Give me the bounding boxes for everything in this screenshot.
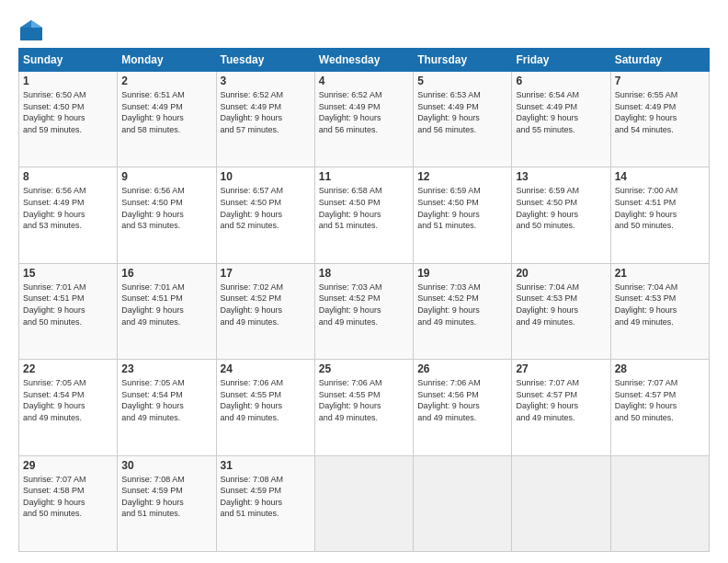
calendar-cell: 4Sunrise: 6:52 AM Sunset: 4:49 PM Daylig… [314,72,413,167]
calendar-cell: 23Sunrise: 7:05 AM Sunset: 4:54 PM Dayli… [118,360,216,455]
day-number: 10 [221,170,311,183]
day-number: 4 [319,75,409,87]
cell-info: Sunrise: 7:07 AM Sunset: 4:58 PM Dayligh… [23,474,113,520]
calendar-cell: 22Sunrise: 7:05 AM Sunset: 4:54 PM Dayli… [19,360,118,455]
day-number: 19 [417,267,507,280]
cell-info: Sunrise: 6:55 AM Sunset: 4:49 PM Dayligh… [615,89,705,135]
day-number: 16 [121,267,211,280]
header-day: Sunday [19,49,118,72]
day-number: 27 [516,362,606,375]
cell-info: Sunrise: 6:59 AM Sunset: 4:50 PM Dayligh… [417,185,507,231]
header-day: Saturday [610,49,709,72]
header [18,15,710,44]
calendar-cell: 24Sunrise: 7:06 AM Sunset: 4:55 PM Dayli… [216,360,314,455]
cell-info: Sunrise: 6:53 AM Sunset: 4:49 PM Dayligh… [417,89,507,135]
calendar-week-row: 29Sunrise: 7:07 AM Sunset: 4:58 PM Dayli… [19,455,710,551]
day-number: 25 [319,362,409,375]
calendar-cell: 21Sunrise: 7:04 AM Sunset: 4:53 PM Dayli… [610,263,709,359]
header-day: Friday [512,49,610,72]
cell-info: Sunrise: 6:56 AM Sunset: 4:50 PM Dayligh… [121,185,211,231]
header-day: Monday [118,49,216,72]
day-number: 3 [221,75,311,87]
calendar-cell: 17Sunrise: 7:02 AM Sunset: 4:52 PM Dayli… [216,263,314,359]
cell-info: Sunrise: 7:08 AM Sunset: 4:59 PM Dayligh… [221,474,311,520]
calendar-cell: 1Sunrise: 6:50 AM Sunset: 4:50 PM Daylig… [19,72,118,167]
logo-icon [18,18,44,44]
cell-info: Sunrise: 7:01 AM Sunset: 4:51 PM Dayligh… [23,282,113,327]
day-number: 1 [23,75,113,87]
header-day: Tuesday [216,49,314,72]
day-number: 26 [417,362,507,375]
calendar-cell [512,455,610,551]
cell-info: Sunrise: 7:08 AM Sunset: 4:59 PM Dayligh… [121,474,211,520]
cell-info: Sunrise: 7:06 AM Sunset: 4:55 PM Dayligh… [319,377,409,423]
day-number: 28 [615,362,705,375]
calendar-cell: 14Sunrise: 7:00 AM Sunset: 4:51 PM Dayli… [610,167,709,263]
cell-info: Sunrise: 7:07 AM Sunset: 4:57 PM Dayligh… [615,377,705,423]
calendar-cell: 10Sunrise: 6:57 AM Sunset: 4:50 PM Dayli… [216,167,314,263]
calendar-cell [314,455,413,551]
calendar-cell: 31Sunrise: 7:08 AM Sunset: 4:59 PM Dayli… [216,455,314,551]
calendar-week-row: 15Sunrise: 7:01 AM Sunset: 4:51 PM Dayli… [19,263,710,359]
calendar-cell: 7Sunrise: 6:55 AM Sunset: 4:49 PM Daylig… [610,72,709,167]
day-number: 24 [221,362,311,375]
day-number: 29 [23,459,113,472]
day-number: 20 [516,267,606,280]
calendar-cell [610,455,709,551]
cell-info: Sunrise: 6:56 AM Sunset: 4:49 PM Dayligh… [23,185,113,231]
calendar-cell: 15Sunrise: 7:01 AM Sunset: 4:51 PM Dayli… [19,263,118,359]
day-number: 18 [319,267,409,280]
calendar-cell: 29Sunrise: 7:07 AM Sunset: 4:58 PM Dayli… [19,455,118,551]
cell-info: Sunrise: 6:52 AM Sunset: 4:49 PM Dayligh… [319,89,409,135]
day-number: 17 [221,267,311,280]
day-number: 5 [417,75,507,87]
calendar-week-row: 1Sunrise: 6:50 AM Sunset: 4:50 PM Daylig… [19,72,710,167]
calendar-cell: 27Sunrise: 7:07 AM Sunset: 4:57 PM Dayli… [512,360,610,455]
day-number: 7 [615,75,705,87]
calendar-cell: 20Sunrise: 7:04 AM Sunset: 4:53 PM Dayli… [512,263,610,359]
svg-marker-1 [31,20,42,28]
day-number: 21 [615,267,705,280]
day-number: 9 [121,170,211,183]
day-number: 15 [23,267,113,280]
cell-info: Sunrise: 6:58 AM Sunset: 4:50 PM Dayligh… [319,185,409,231]
cell-info: Sunrise: 6:51 AM Sunset: 4:49 PM Dayligh… [121,89,211,135]
calendar-cell: 25Sunrise: 7:06 AM Sunset: 4:55 PM Dayli… [314,360,413,455]
cell-info: Sunrise: 7:06 AM Sunset: 4:56 PM Dayligh… [417,377,507,423]
calendar-cell: 13Sunrise: 6:59 AM Sunset: 4:50 PM Dayli… [512,167,610,263]
calendar-cell: 5Sunrise: 6:53 AM Sunset: 4:49 PM Daylig… [414,72,512,167]
calendar-cell: 9Sunrise: 6:56 AM Sunset: 4:50 PM Daylig… [118,167,216,263]
day-number: 6 [516,75,606,87]
calendar-header: SundayMondayTuesdayWednesdayThursdayFrid… [19,49,710,72]
svg-marker-2 [20,20,31,28]
cell-info: Sunrise: 7:02 AM Sunset: 4:52 PM Dayligh… [221,282,311,327]
cell-info: Sunrise: 7:04 AM Sunset: 4:53 PM Dayligh… [516,282,606,327]
calendar-week-row: 22Sunrise: 7:05 AM Sunset: 4:54 PM Dayli… [19,360,710,455]
cell-info: Sunrise: 7:03 AM Sunset: 4:52 PM Dayligh… [417,282,507,327]
day-number: 30 [121,459,211,472]
day-number: 8 [23,170,113,183]
header-day: Wednesday [314,49,413,72]
calendar-cell: 3Sunrise: 6:52 AM Sunset: 4:49 PM Daylig… [216,72,314,167]
calendar-cell [414,455,512,551]
calendar-page: SundayMondayTuesdayWednesdayThursdayFrid… [0,0,728,563]
header-day: Thursday [414,49,512,72]
calendar-body: 1Sunrise: 6:50 AM Sunset: 4:50 PM Daylig… [19,72,710,552]
day-number: 2 [121,75,211,87]
calendar-table: SundayMondayTuesdayWednesdayThursdayFrid… [18,48,710,552]
cell-info: Sunrise: 7:05 AM Sunset: 4:54 PM Dayligh… [121,377,211,423]
cell-info: Sunrise: 6:54 AM Sunset: 4:49 PM Dayligh… [516,89,606,135]
calendar-cell: 12Sunrise: 6:59 AM Sunset: 4:50 PM Dayli… [414,167,512,263]
calendar-cell: 30Sunrise: 7:08 AM Sunset: 4:59 PM Dayli… [118,455,216,551]
cell-info: Sunrise: 6:50 AM Sunset: 4:50 PM Dayligh… [23,89,113,135]
day-number: 11 [319,170,409,183]
calendar-cell: 8Sunrise: 6:56 AM Sunset: 4:49 PM Daylig… [19,167,118,263]
calendar-cell: 16Sunrise: 7:01 AM Sunset: 4:51 PM Dayli… [118,263,216,359]
calendar-cell: 26Sunrise: 7:06 AM Sunset: 4:56 PM Dayli… [414,360,512,455]
cell-info: Sunrise: 6:57 AM Sunset: 4:50 PM Dayligh… [221,185,311,231]
calendar-cell: 28Sunrise: 7:07 AM Sunset: 4:57 PM Dayli… [610,360,709,455]
cell-info: Sunrise: 7:00 AM Sunset: 4:51 PM Dayligh… [615,185,705,231]
calendar-cell: 18Sunrise: 7:03 AM Sunset: 4:52 PM Dayli… [314,263,413,359]
cell-info: Sunrise: 7:01 AM Sunset: 4:51 PM Dayligh… [121,282,211,327]
calendar-week-row: 8Sunrise: 6:56 AM Sunset: 4:49 PM Daylig… [19,167,710,263]
